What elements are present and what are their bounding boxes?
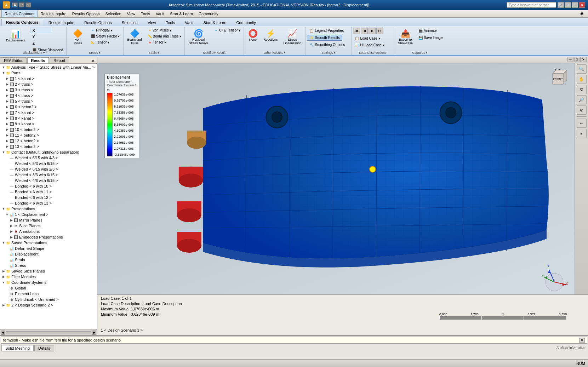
tree-welded-2[interactable]: — Welded < 5/3 with 6/15 >	[1, 161, 96, 166]
btn-save-image[interactable]: 💾 Save Image	[417, 35, 444, 41]
menu-view[interactable]: View	[124, 10, 138, 17]
btn-none[interactable]: ⭕ None	[245, 28, 260, 43]
btn-stress-linear[interactable]: 📈 StressLinearization	[281, 28, 304, 47]
tree-bonded-3[interactable]: — Bonded < 6 with 12 >	[1, 195, 96, 200]
vp-restore-btn[interactable]: □	[574, 57, 580, 62]
menu-vault[interactable]: Vault	[153, 10, 167, 17]
btn-cte-tensor[interactable]: 🔹 CTE Tensor ▾	[212, 28, 242, 33]
tree-saved-presentations[interactable]: ▼ 📁 Saved Presentations	[1, 240, 96, 246]
btn-legend-props[interactable]: 📋 Legend Properties	[307, 28, 346, 34]
btn-smoothing-options[interactable]: 🔧 Smoothing Options	[307, 42, 347, 48]
tree-cylindrical[interactable]: ⊕ Cylindrical: < Unnamed >	[1, 297, 96, 302]
btn-tensor[interactable]: 📐 Tensor ▾	[89, 40, 121, 45]
tree-welded-3[interactable]: — Welded < 6/15 with 2/3 >	[1, 166, 96, 172]
tree-parts[interactable]: ▼ 📁 Parts	[1, 70, 96, 76]
vp-close-btn[interactable]: ✕	[580, 57, 587, 62]
tree-filter-modules[interactable]: ▶ 📁 Filter Modules	[1, 274, 96, 280]
btn-disp-z[interactable]: Z	[30, 40, 51, 46]
mesh-viewport[interactable]: Displacement Theta Component Coordinate …	[97, 63, 588, 294]
tree-mirror-planes[interactable]: ▶ 🔲 Mirror Planes	[1, 217, 96, 223]
tree-saved-displacement[interactable]: 📊 Displacement	[1, 251, 96, 257]
tree-saved-slice[interactable]: ▶ 📁 Saved Slice Planes	[1, 268, 96, 274]
tree-design-scenario-2[interactable]: ▶ 📁 2 < Design Scenario 2 >	[1, 302, 96, 308]
close-btn[interactable]: ✕	[579, 2, 585, 8]
btn-strain-vonmises[interactable]: 🔸 von Mises ▾	[146, 28, 183, 33]
btn-loadcase-last[interactable]: ⏭	[376, 28, 383, 34]
btn-strain-beam-truss[interactable]: 📏 Beam and Truss ▾	[146, 34, 183, 39]
tab-selection[interactable]: Selection	[117, 19, 142, 26]
tree-slice-planes[interactable]: ▶ ✂ Slice Planes	[1, 223, 96, 229]
quick-access-redo[interactable]: ↪	[25, 2, 31, 7]
tree-scroll-left[interactable]: ◀	[1, 331, 5, 335]
tool-magnifier[interactable]: 🔍	[577, 64, 587, 74]
tool-cancel[interactable]: ⊗	[577, 105, 587, 115]
vp-minimize-btn[interactable]: ─	[567, 57, 573, 62]
tree-welded-4[interactable]: — Welded < 3/3 with 6/15 >	[1, 172, 96, 178]
btn-loadcase-dropdown[interactable]: 📋 Load Case ▾	[353, 35, 382, 41]
help-btn[interactable]: ?	[558, 2, 564, 8]
tree-coord-systems[interactable]: ▼ 📁 Coordinate Systems	[1, 280, 96, 285]
tree-part-13[interactable]: ▶ 🔲 13 < beton2 >	[1, 144, 96, 149]
tool-rotate[interactable]: ↻	[577, 85, 587, 94]
minimize-btn[interactable]: ─	[565, 2, 571, 8]
btn-vonmises[interactable]: 🔶 vonMises	[68, 28, 87, 47]
tab-solid-meshing[interactable]: Solid Meshing	[1, 345, 34, 351]
tree-part-3[interactable]: ▶ 🔲 3 < truss >	[1, 87, 96, 93]
tool-zoom[interactable]: 🔎	[577, 95, 587, 104]
btn-loadcase-first[interactable]: ⏮	[353, 28, 360, 34]
btn-strain-tensor[interactable]: 🔺 Tensor ▾	[146, 40, 183, 45]
expander[interactable]: ▼	[1, 65, 6, 69]
menu-community[interactable]: Community	[196, 10, 221, 17]
tree-part-4[interactable]: ▶ 🔲 4 < truss >	[1, 93, 96, 98]
menu-results-options[interactable]: Results Options	[69, 10, 103, 17]
tab-details[interactable]: Details	[34, 345, 54, 351]
tree-global[interactable]: ⊕ Global	[1, 285, 96, 291]
restore-btn[interactable]: □	[572, 2, 578, 8]
tab-tools[interactable]: Tools	[161, 19, 180, 26]
tree-bonded-2[interactable]: — Bonded < 6 with 11 >	[1, 189, 96, 195]
tree-welded-5[interactable]: — Welded < 4/6 with 6/15 >	[1, 178, 96, 183]
menu-start-learn[interactable]: Start & Learn	[167, 10, 196, 17]
panel-close-btn[interactable]: ✕	[90, 58, 96, 63]
tree-pres-1[interactable]: ▼ 📊 1 < Displacement >	[1, 212, 96, 217]
btn-loadcase-prev[interactable]: ◀	[361, 28, 368, 34]
tree-bonded-4[interactable]: — Bonded < 6 with 13 >	[1, 200, 96, 206]
tab-view[interactable]: View	[143, 19, 161, 26]
tab-report[interactable]: Report	[50, 57, 69, 63]
tree-part-9[interactable]: ▶ 🔲 9 < kanat >	[1, 121, 96, 127]
title-search[interactable]	[507, 2, 556, 8]
tree-analysis-type[interactable]: ▼ 📁 Analysis Type < Static Stress with L…	[1, 64, 96, 70]
tree-part-5[interactable]: ▶ 🔲 5 < truss >	[1, 98, 96, 104]
btn-hi-load-case[interactable]: 📊 Hi Load Case ▾	[353, 42, 386, 48]
tool-arrow-left[interactable]: ←	[577, 119, 587, 128]
tree-part-6[interactable]: ▶ 🔲 6 < beton2 >	[1, 104, 96, 110]
tree-deformed-shape[interactable]: 📊 Deformed Shape	[1, 246, 96, 251]
quick-access-undo[interactable]: ↩	[19, 2, 24, 7]
tree-element-local[interactable]: ⊕ Element Local	[1, 291, 96, 297]
tab-results-inquire[interactable]: Results Inquire	[44, 19, 79, 26]
btn-residual-stress[interactable]: 🌀 ResidualStress Tensor	[186, 28, 211, 47]
btn-disp-x[interactable]: X	[30, 28, 51, 33]
tree-part-8[interactable]: ▶ 🔲 8 < kanat >	[1, 115, 96, 121]
btn-smooth-results[interactable]: ✨ Smooth Results	[307, 35, 342, 41]
btn-displacement[interactable]: 📊 Displacement	[3, 28, 29, 44]
tree-bonded-1[interactable]: — Bonded < 6 with 10 >	[1, 183, 96, 189]
tree-saved-stress[interactable]: 📊 Stress	[1, 263, 96, 268]
command-close-btn[interactable]: ✕	[579, 338, 585, 343]
tree-part-7[interactable]: ▶ 🔲 7 < kanat >	[1, 110, 96, 115]
menu-tools[interactable]: Tools	[138, 10, 153, 17]
menu-selection[interactable]: Selection	[102, 10, 124, 17]
tree-saved-strain[interactable]: 📊 Strain	[1, 257, 96, 263]
tab-results-contours[interactable]: Results Contours	[1, 19, 43, 26]
tree-annotations[interactable]: ▶ A Annotations	[1, 229, 96, 234]
menu-extra[interactable]: ◉	[577, 10, 587, 17]
btn-safety-factor[interactable]: ⬛ Safety Factor ▾	[89, 34, 121, 39]
tab-results-options[interactable]: Results Options	[80, 19, 116, 26]
tree-part-11[interactable]: ▶ 🔲 11 < beton2 >	[1, 132, 96, 138]
btn-export-showcase[interactable]: 📤 Export toShowcase	[395, 28, 415, 47]
tree-embedded[interactable]: ▶ 🔲 Embedded Presentations	[1, 234, 96, 240]
tree-scrollbar[interactable]	[6, 331, 91, 334]
btn-loadcase-next[interactable]: ▶	[369, 28, 376, 34]
tree-part-1[interactable]: ▶ 🔲 1 < kanat >	[1, 76, 96, 81]
tree-part-12[interactable]: ▶ 🔲 12 < beton2 >	[1, 138, 96, 144]
